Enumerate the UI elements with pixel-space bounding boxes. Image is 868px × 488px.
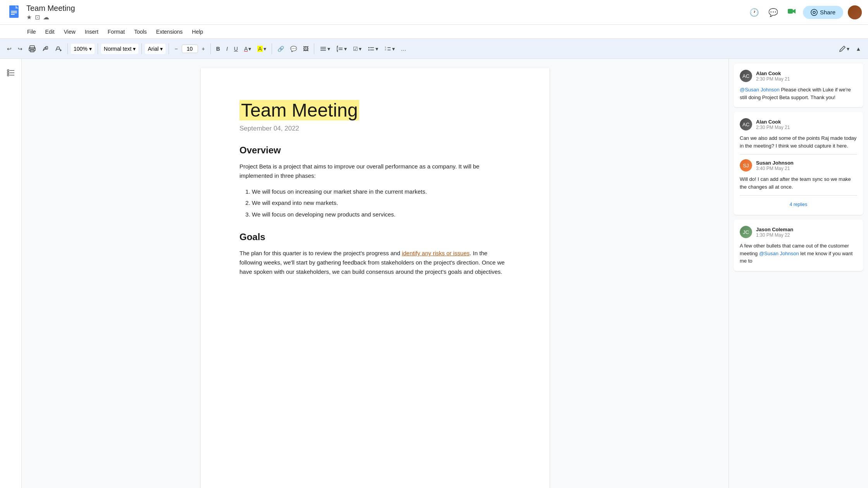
svg-point-13	[368, 47, 369, 48]
font-select[interactable]: Arial ▾	[145, 44, 165, 54]
document-area[interactable]: Team Meeting September 04, 2022 Overview…	[22, 59, 728, 488]
redo-button[interactable]: ↪	[16, 44, 25, 53]
susan-avatar: SJ	[740, 159, 752, 172]
font-size-input[interactable]: 10	[182, 45, 198, 53]
comment-2-text: Can we also add some of the points Raj m…	[740, 134, 857, 149]
separator-7	[314, 43, 314, 54]
separator-5	[210, 43, 211, 54]
separator-4	[169, 43, 169, 54]
menu-format[interactable]: Format	[104, 27, 129, 36]
menu-view[interactable]: View	[60, 27, 79, 36]
line-spacing-button[interactable]: ▾	[334, 44, 349, 54]
svg-rect-3	[11, 11, 17, 12]
reply-1-header: SJ Susan Johnson 3:40 PM May 21	[740, 159, 857, 172]
star-icon[interactable]: ★	[26, 14, 32, 21]
comments-panel: AC Alan Cook 2:30 PM May 21 @Susan Johns…	[728, 59, 868, 488]
checklist-button[interactable]: ☑▾	[351, 44, 364, 53]
menu-help[interactable]: Help	[188, 27, 207, 36]
alan-cook-avatar-1: AC	[740, 70, 752, 82]
svg-rect-4	[11, 12, 17, 13]
separator-1	[67, 43, 68, 54]
text-color-button[interactable]: A ▾	[242, 44, 253, 53]
alan-cook-avatar-2: AC	[740, 118, 752, 131]
title-icons: ★ ⊡ ☁	[26, 14, 75, 21]
comment-1-time: 2:30 PM May 21	[756, 76, 790, 82]
comment-icon-button[interactable]: 💬	[766, 5, 780, 19]
italic-button[interactable]: I	[224, 44, 230, 53]
insert-comment-button[interactable]: 💬	[288, 44, 299, 53]
menu-extensions[interactable]: Extensions	[152, 27, 186, 36]
doc-page: Team Meeting September 04, 2022 Overview…	[201, 68, 549, 488]
print-button[interactable]	[26, 44, 38, 54]
separator-3	[141, 43, 142, 54]
numbered-list-button[interactable]: 1.2. ▾	[382, 44, 397, 54]
insert-image-button[interactable]: 🖼	[301, 44, 311, 53]
reply-1-meta: Susan Johnson 3:40 PM May 21	[756, 160, 794, 171]
bold-button[interactable]: B	[214, 44, 222, 53]
meet-button[interactable]	[785, 5, 798, 20]
doc-title-wrapper: Team Meeting	[239, 99, 511, 122]
comment-3-meta: Jason Coleman 1:30 PM May 22	[756, 227, 793, 238]
goals-body[interactable]: The plan for this quarter is to review t…	[239, 249, 511, 277]
svg-rect-9	[30, 46, 34, 49]
pen-mode-button[interactable]: ▾	[837, 44, 852, 54]
svg-rect-18	[7, 72, 9, 74]
comment-3-mention[interactable]: @Susan Johnson	[759, 251, 799, 256]
cloud-icon[interactable]: ☁	[43, 14, 49, 21]
comment-3-time: 1:30 PM May 22	[756, 232, 793, 238]
docs-logo[interactable]	[6, 4, 22, 21]
menu-tools[interactable]: Tools	[130, 27, 151, 36]
align-button[interactable]: ▾	[317, 44, 332, 54]
goals-link[interactable]: identify any risks or issues	[402, 250, 470, 256]
svg-rect-5	[11, 14, 15, 15]
paint-format-button[interactable]	[40, 44, 51, 54]
highlight-color-button[interactable]: A ▾	[255, 44, 268, 53]
reply-1-text: Will do! I can add after the team sync s…	[740, 175, 857, 191]
toolbar: ↩ ↪ 100% ▾ Normal text ▾ Arial ▾ − 10 + …	[0, 39, 868, 59]
comment-1-text[interactable]: @Susan Johnson Please check with Luke if…	[740, 86, 857, 101]
document-outline-button[interactable]	[3, 65, 18, 82]
svg-point-8	[811, 9, 817, 15]
goals-heading: Goals	[239, 232, 511, 242]
goals-text-1: The plan for this quarter is to review t…	[239, 250, 402, 256]
font-increase-button[interactable]: +	[200, 44, 207, 53]
zoom-select[interactable]: 100% ▾	[71, 44, 95, 54]
menu-file[interactable]: File	[23, 27, 40, 36]
bullet-list-button[interactable]: ▾	[365, 44, 381, 54]
list-item: We will expand into new markets.	[252, 198, 511, 208]
folder-icon[interactable]: ⊡	[35, 14, 40, 21]
comment-1-mention[interactable]: @Susan Johnson	[740, 87, 780, 93]
list-item: We will focus on developing new products…	[252, 210, 511, 220]
undo-button[interactable]: ↩	[5, 44, 14, 53]
overview-body[interactable]: Project Beta is a project that aims to i…	[239, 162, 511, 180]
collapse-toolbar-button[interactable]: ▲	[853, 44, 863, 53]
overview-list: We will focus on increasing our market s…	[252, 187, 511, 220]
insert-link-button[interactable]: 🔗	[275, 44, 286, 53]
share-button[interactable]: Share	[803, 6, 843, 19]
spell-check-button[interactable]	[53, 44, 64, 54]
svg-rect-12	[46, 46, 48, 49]
svg-rect-19	[7, 74, 9, 76]
font-decrease-button[interactable]: −	[172, 44, 180, 53]
comment-2-time: 2:30 PM May 21	[756, 125, 790, 130]
comment-card-3: JC Jason Coleman 1:30 PM May 22 A few ot…	[734, 220, 863, 271]
underline-button[interactable]: U	[232, 44, 240, 53]
comment-2-divider	[740, 154, 857, 155]
user-avatar[interactable]	[848, 5, 862, 19]
style-select[interactable]: Normal text ▾	[101, 44, 139, 54]
menu-insert[interactable]: Insert	[81, 27, 102, 36]
svg-point-14	[368, 49, 369, 50]
menu-edit[interactable]: Edit	[41, 27, 59, 36]
more-options-button[interactable]: …	[399, 44, 409, 53]
comment-1-meta: Alan Cook 2:30 PM May 21	[756, 70, 790, 82]
comment-3-avatar: JC	[740, 226, 752, 238]
comment-2-avatar: AC	[740, 118, 752, 131]
history-button[interactable]: 🕐	[747, 5, 761, 19]
comment-3-header: JC Jason Coleman 1:30 PM May 22	[740, 226, 857, 238]
comment-1-author: Alan Cook	[756, 70, 790, 76]
replies-count[interactable]: 4 replies	[740, 200, 857, 209]
document-title[interactable]: Team Meeting	[26, 4, 75, 13]
doc-title[interactable]: Team Meeting	[239, 100, 359, 120]
comment-3-author: Jason Coleman	[756, 227, 793, 232]
top-bar: Team Meeting ★ ⊡ ☁ 🕐 💬 Share	[0, 0, 868, 25]
